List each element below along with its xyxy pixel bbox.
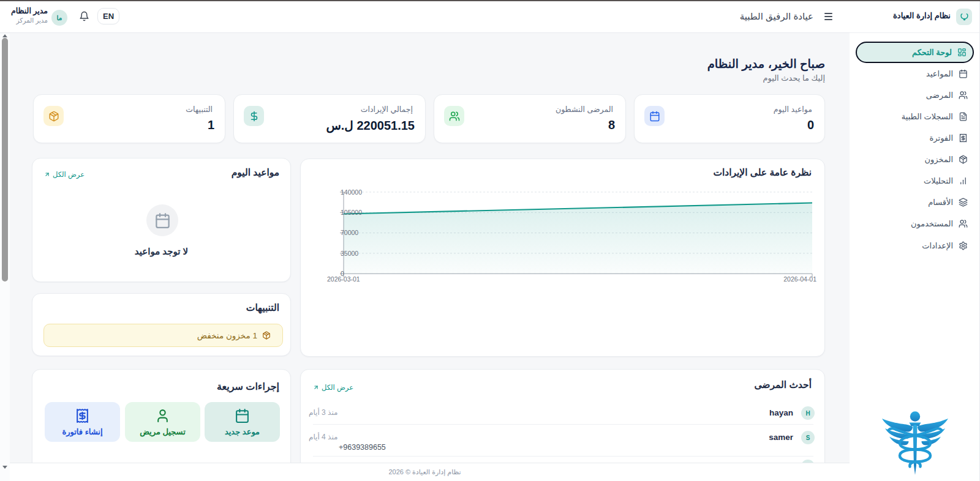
- svg-text:2026-03-01: 2026-03-01: [327, 275, 360, 283]
- svg-text:70000: 70000: [341, 229, 358, 236]
- svg-text:35000: 35000: [341, 250, 358, 257]
- svg-text:105000: 105000: [341, 209, 362, 216]
- svg-text:2026-04-01: 2026-04-01: [783, 275, 816, 283]
- svg-text:140000: 140000: [341, 188, 362, 196]
